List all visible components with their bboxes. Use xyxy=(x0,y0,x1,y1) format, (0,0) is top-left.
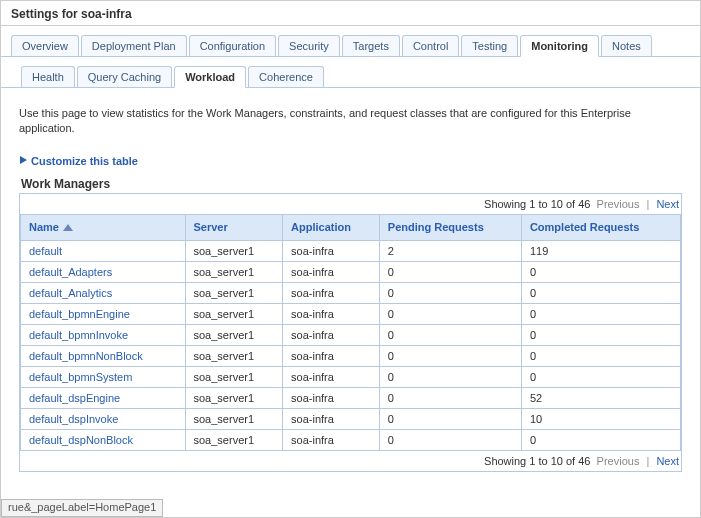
table-row: default_bpmnEnginesoa_server1soa-infra00 xyxy=(21,303,681,324)
description-text: Use this page to view statistics for the… xyxy=(19,106,682,137)
pager-prev: Previous xyxy=(597,198,640,210)
table-row: default_dspNonBlocksoa_server1soa-infra0… xyxy=(21,429,681,450)
cell-name: default_Analytics xyxy=(21,282,186,303)
cell-pending: 0 xyxy=(379,345,521,366)
customize-table-link[interactable]: Customize this table xyxy=(19,155,138,167)
tab-testing[interactable]: Testing xyxy=(461,35,518,56)
cell-name: default_Adapters xyxy=(21,261,186,282)
pager-range: Showing 1 to 10 of 46 xyxy=(484,455,590,467)
work-manager-link[interactable]: default_Analytics xyxy=(29,287,112,299)
col-server[interactable]: Server xyxy=(185,214,283,240)
cell-completed: 119 xyxy=(521,240,680,261)
cell-server: soa_server1 xyxy=(185,387,283,408)
cell-name: default_bpmnEngine xyxy=(21,303,186,324)
cell-pending: 0 xyxy=(379,408,521,429)
svg-marker-0 xyxy=(20,156,27,164)
cell-server: soa_server1 xyxy=(185,303,283,324)
work-manager-link[interactable]: default xyxy=(29,245,62,257)
cell-pending: 0 xyxy=(379,324,521,345)
cell-pending: 2 xyxy=(379,240,521,261)
table-row: default_dspInvokesoa_server1soa-infra010 xyxy=(21,408,681,429)
cell-completed: 0 xyxy=(521,429,680,450)
subtab-workload[interactable]: Workload xyxy=(174,66,246,88)
work-managers-table-container: Showing 1 to 10 of 46 Previous | Next Na… xyxy=(19,193,682,472)
expand-icon xyxy=(19,155,31,167)
work-manager-link[interactable]: default_bpmnNonBlock xyxy=(29,350,143,362)
subtab-query-caching[interactable]: Query Caching xyxy=(77,66,172,87)
cell-server: soa_server1 xyxy=(185,240,283,261)
table-row: default_dspEnginesoa_server1soa-infra052 xyxy=(21,387,681,408)
pager-prev: Previous xyxy=(597,455,640,467)
cell-pending: 0 xyxy=(379,282,521,303)
section-title: Work Managers xyxy=(21,177,682,191)
cell-name: default_bpmnSystem xyxy=(21,366,186,387)
cell-server: soa_server1 xyxy=(185,429,283,450)
pager-next[interactable]: Next xyxy=(656,198,679,210)
sort-asc-icon xyxy=(63,222,73,234)
cell-app: soa-infra xyxy=(283,408,380,429)
tab-monitoring[interactable]: Monitoring xyxy=(520,35,599,57)
cell-server: soa_server1 xyxy=(185,282,283,303)
cell-app: soa-infra xyxy=(283,240,380,261)
cell-name: default_bpmnInvoke xyxy=(21,324,186,345)
subtab-health[interactable]: Health xyxy=(21,66,75,87)
cell-completed: 0 xyxy=(521,324,680,345)
table-row: default_bpmnSystemsoa_server1soa-infra00 xyxy=(21,366,681,387)
cell-app: soa-infra xyxy=(283,324,380,345)
cell-app: soa-infra xyxy=(283,345,380,366)
pager-top: Showing 1 to 10 of 46 Previous | Next xyxy=(20,194,681,214)
cell-server: soa_server1 xyxy=(185,261,283,282)
cell-app: soa-infra xyxy=(283,366,380,387)
cell-completed: 10 xyxy=(521,408,680,429)
table-row: default_bpmnNonBlocksoa_server1soa-infra… xyxy=(21,345,681,366)
work-manager-link[interactable]: default_Adapters xyxy=(29,266,112,278)
cell-app: soa-infra xyxy=(283,282,380,303)
cell-app: soa-infra xyxy=(283,429,380,450)
cell-server: soa_server1 xyxy=(185,324,283,345)
tab-notes[interactable]: Notes xyxy=(601,35,652,56)
cell-completed: 52 xyxy=(521,387,680,408)
table-row: default_Adapterssoa_server1soa-infra00 xyxy=(21,261,681,282)
work-manager-link[interactable]: default_dspEngine xyxy=(29,392,120,404)
tab-configuration[interactable]: Configuration xyxy=(189,35,276,56)
table-row: default_Analyticssoa_server1soa-infra00 xyxy=(21,282,681,303)
status-bar: rue&_pageLabel=HomePage1 xyxy=(1,499,163,517)
col-application[interactable]: Application xyxy=(283,214,380,240)
tab-control[interactable]: Control xyxy=(402,35,459,56)
cell-pending: 0 xyxy=(379,261,521,282)
work-manager-link[interactable]: default_bpmnInvoke xyxy=(29,329,128,341)
main-tabs: OverviewDeployment PlanConfigurationSecu… xyxy=(1,26,700,57)
col-completed-requests[interactable]: Completed Requests xyxy=(521,214,680,240)
cell-pending: 0 xyxy=(379,303,521,324)
work-manager-link[interactable]: default_dspNonBlock xyxy=(29,434,133,446)
cell-name: default_bpmnNonBlock xyxy=(21,345,186,366)
work-manager-link[interactable]: default_dspInvoke xyxy=(29,413,118,425)
pager-range: Showing 1 to 10 of 46 xyxy=(484,198,590,210)
cell-completed: 0 xyxy=(521,366,680,387)
tab-security[interactable]: Security xyxy=(278,35,340,56)
work-manager-link[interactable]: default_bpmnSystem xyxy=(29,371,132,383)
cell-server: soa_server1 xyxy=(185,408,283,429)
cell-app: soa-infra xyxy=(283,387,380,408)
cell-server: soa_server1 xyxy=(185,366,283,387)
tab-deployment-plan[interactable]: Deployment Plan xyxy=(81,35,187,56)
page-title: Settings for soa-infra xyxy=(1,1,700,26)
cell-completed: 0 xyxy=(521,303,680,324)
pager-next[interactable]: Next xyxy=(656,455,679,467)
cell-name: default_dspEngine xyxy=(21,387,186,408)
pager-bottom: Showing 1 to 10 of 46 Previous | Next xyxy=(20,451,681,471)
work-manager-link[interactable]: default_bpmnEngine xyxy=(29,308,130,320)
col-name[interactable]: Name xyxy=(21,214,186,240)
cell-completed: 0 xyxy=(521,345,680,366)
tab-targets[interactable]: Targets xyxy=(342,35,400,56)
cell-app: soa-infra xyxy=(283,303,380,324)
cell-pending: 0 xyxy=(379,366,521,387)
cell-name: default_dspInvoke xyxy=(21,408,186,429)
cell-pending: 0 xyxy=(379,387,521,408)
tab-overview[interactable]: Overview xyxy=(11,35,79,56)
col-pending-requests[interactable]: Pending Requests xyxy=(379,214,521,240)
cell-name: default xyxy=(21,240,186,261)
cell-pending: 0 xyxy=(379,429,521,450)
customize-label: Customize this table xyxy=(31,155,138,167)
subtab-coherence[interactable]: Coherence xyxy=(248,66,324,87)
